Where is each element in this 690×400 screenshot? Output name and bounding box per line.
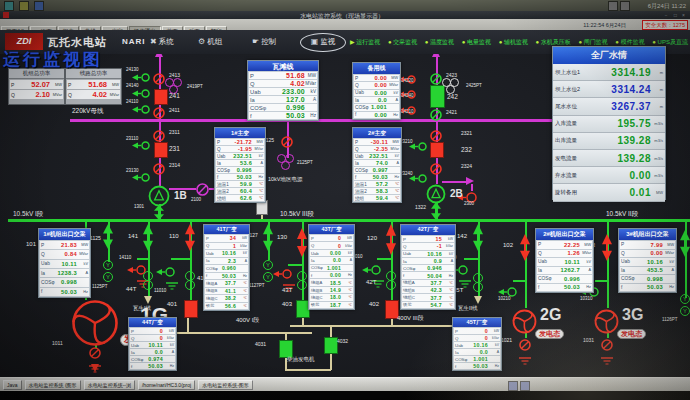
system-menu[interactable]: ✖系统 [150, 37, 174, 47]
taskbar-button-水电站监控系统--浏[interactable]: 水电站监控系统--浏 [84, 380, 135, 390]
tray-icon[interactable] [620, 1, 630, 11]
breaker-102[interactable] [519, 234, 531, 265]
label-10kV地区电源: 10kV地区电源 [268, 176, 303, 182]
label-2311: 2311 [169, 130, 180, 136]
disconnector-2411[interactable] [153, 105, 165, 123]
row-label: Uab [217, 154, 225, 159]
desktop-icon[interactable] [19, 1, 29, 11]
row-unit: ℃ [388, 189, 399, 193]
disconnector-2421[interactable] [430, 107, 442, 125]
row-value: 56.6 [214, 303, 236, 309]
nav-item-辅机监视[interactable]: ● 辅机监视 [499, 38, 528, 47]
row-label: 油温2 [217, 189, 229, 194]
transformer-1B[interactable] [148, 185, 170, 211]
row-value: 51.68 [254, 72, 305, 79]
row-value: 233.00 [261, 88, 305, 95]
breaker-120[interactable] [385, 224, 397, 259]
row-unit: kVar [488, 336, 499, 340]
breaker-103[interactable] [601, 234, 613, 265]
breaker-4032[interactable] [324, 337, 338, 354]
tray-window-icon[interactable] [520, 381, 530, 391]
label-4032: 4032 [337, 339, 348, 345]
generator-3G[interactable] [593, 308, 620, 339]
breaker-141[interactable] [142, 224, 154, 255]
desktop-icon[interactable] [34, 1, 44, 11]
row-unit: A [488, 350, 499, 354]
breaker-241[interactable] [154, 89, 168, 105]
row-value: 50.03 [207, 273, 236, 279]
label-1322: 1322 [415, 205, 426, 211]
disconnector-2311[interactable] [153, 128, 165, 146]
desktop-icon[interactable] [4, 1, 14, 11]
breaker-130[interactable] [296, 228, 308, 261]
label-1125: 1125 [90, 236, 101, 242]
unit-menu[interactable]: ⚙机组 [198, 37, 222, 47]
row-value: 0.00 [359, 82, 387, 88]
generator-2G[interactable] [511, 308, 538, 339]
disconnector-2423[interactable] [430, 71, 442, 89]
breaker-1125[interactable] [102, 224, 114, 253]
disconnector-2324[interactable] [430, 161, 442, 179]
nav-item-温度监视[interactable]: ● 温度监视 [425, 38, 454, 47]
row-value: 0.00 [356, 112, 387, 118]
panel-row: COSφ1.001 [354, 104, 399, 110]
row-label: 铁芯 [206, 303, 214, 308]
panel-row: P22.25MW [537, 241, 592, 249]
taskbar-button-/home/nari/HC3.0(proj[interactable]: /home/nari/HC3.0(proj [138, 380, 195, 390]
window-controls[interactable]: － □ × [663, 12, 687, 18]
label-24210: 24210 [401, 110, 414, 115]
window-titlebar[interactable]: 水电站监控系统（现场显示器） － □ × [0, 11, 690, 19]
disconnector-2314[interactable] [153, 161, 165, 179]
breaker-110[interactable] [184, 224, 196, 255]
water-value: 0.00 [585, 170, 651, 181]
panel-row: P0kW [310, 235, 353, 241]
tray-icon[interactable] [608, 1, 618, 11]
control-menu[interactable]: ☛控制 [252, 37, 276, 47]
water-unit: m3/s [651, 138, 663, 143]
transformer-2B[interactable] [426, 184, 446, 208]
panel-title: 备用线 [353, 63, 400, 74]
nav-item-交采监视[interactable]: ● 交采监视 [388, 38, 417, 47]
water-label: 坝上水位1 [555, 69, 585, 76]
row-unit: Hz [388, 175, 399, 179]
generator-1G[interactable] [71, 299, 119, 351]
disconnector-2413[interactable] [153, 71, 165, 89]
water-value: 195.75 [585, 118, 651, 129]
nav-item-电量监视[interactable]: ● 电量监视 [462, 38, 491, 47]
taskbar-button-水电站监控系统-图形[interactable]: 水电站监控系统-图形 [198, 380, 253, 390]
water-row-入库流量: 入库流量195.75m3/s [553, 116, 665, 133]
panel-row: P51.68MW [249, 72, 317, 79]
disconnector-2125[interactable] [281, 134, 293, 152]
panel-title: 3#机组出口交采 [619, 229, 676, 240]
row-label: 绕组C [403, 295, 415, 300]
stat-value: 2.10 [17, 90, 50, 99]
row-unit: MW [77, 243, 88, 247]
panel-row: COSφ1.001 [454, 356, 500, 362]
taskbar-button-Java[interactable]: Java [3, 380, 22, 390]
breaker-1126[interactable] [679, 230, 690, 261]
taskbar-button-水电站监控系统 (图形[interactable]: 水电站监控系统 (图形 [25, 380, 81, 390]
label-2421: 2421 [446, 110, 457, 116]
tray-window-icon[interactable] [508, 381, 518, 391]
label-2411: 2411 [169, 108, 180, 114]
row-unit: ℃ [252, 196, 263, 200]
label-10310: 10310 [580, 297, 593, 302]
row-value: 54.7 [412, 302, 442, 308]
row-value: 0.00 [312, 272, 341, 278]
panel-body: P34kWQ1kVarUab10.16kVIa2.3ACOSφ0.960f50.… [204, 234, 249, 310]
row-value: 0 [134, 335, 163, 341]
stat-unit: MVar [107, 92, 119, 97]
breaker-142[interactable] [472, 224, 484, 255]
water-unit: m3/s [651, 121, 663, 126]
data-panel-t44: 44T厂变P0kWQ0kVarUab10.11kVIa0.0ACOSφ0.974… [128, 317, 177, 371]
row-label: 绕组B [311, 288, 322, 293]
row-unit: kW [236, 236, 247, 240]
row-value: 0.998 [635, 276, 663, 282]
nav-item-运行监视[interactable]: ▶ 运行监视 [350, 38, 380, 47]
panel-title: 瓦滩线 [248, 61, 318, 71]
monitor-menu[interactable]: ▣监视 [300, 33, 346, 52]
disconnector-2321[interactable] [430, 128, 442, 146]
breaker-1127[interactable] [262, 224, 274, 255]
breaker-401[interactable] [184, 300, 198, 318]
water-label: 发电流量 [555, 155, 585, 162]
